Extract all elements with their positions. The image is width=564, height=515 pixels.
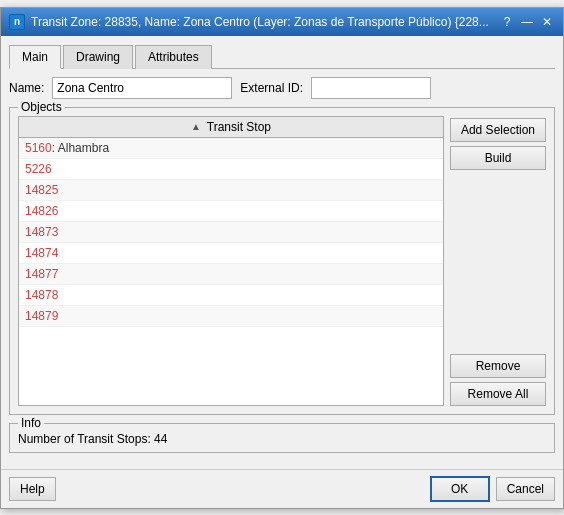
table-body[interactable]: 5160: Alhambra52261482514826148731487414… <box>19 138 443 405</box>
table-row[interactable]: 14826 <box>19 201 443 222</box>
ext-id-input[interactable] <box>311 77 431 99</box>
dialog-content: Main Drawing Attributes Name: External I… <box>1 36 563 469</box>
add-selection-button[interactable]: Add Selection <box>450 118 546 142</box>
title-bar-left: n Transit Zone: 28835, Name: Zona Centro… <box>9 14 489 30</box>
help-icon-btn[interactable]: ? <box>499 14 515 30</box>
footer-left: Help <box>9 477 424 501</box>
minimize-button[interactable]: — <box>519 14 535 30</box>
info-label: Info <box>18 416 44 430</box>
app-icon: n <box>9 14 25 30</box>
table-row[interactable]: 14825 <box>19 180 443 201</box>
row-name: : Alhambra <box>52 141 109 155</box>
table-row[interactable]: 14874 <box>19 243 443 264</box>
window-title: Transit Zone: 28835, Name: Zona Centro (… <box>31 15 489 29</box>
row-id: 14874 <box>25 246 58 260</box>
title-bar-controls: ? — ✕ <box>499 14 555 30</box>
table-row[interactable]: 14873 <box>19 222 443 243</box>
transit-stop-table: ▲ Transit Stop 5160: Alhambra52261482514… <box>18 116 444 406</box>
remove-button[interactable]: Remove <box>450 354 546 378</box>
info-text: Number of Transit Stops: 44 <box>18 432 546 446</box>
row-id: 14879 <box>25 309 58 323</box>
info-group: Info Number of Transit Stops: 44 <box>9 423 555 453</box>
help-button[interactable]: Help <box>9 477 56 501</box>
dialog-footer: Help OK Cancel <box>1 469 563 508</box>
row-id: 14826 <box>25 204 58 218</box>
row-id: 5226 <box>25 162 52 176</box>
row-id: 14825 <box>25 183 58 197</box>
tab-main[interactable]: Main <box>9 45 61 69</box>
objects-group-label: Objects <box>18 100 65 114</box>
tab-drawing[interactable]: Drawing <box>63 45 133 69</box>
title-bar: n Transit Zone: 28835, Name: Zona Centro… <box>1 8 563 36</box>
name-input[interactable] <box>52 77 232 99</box>
sort-up-icon: ▲ <box>191 121 201 132</box>
table-row[interactable]: 5226 <box>19 159 443 180</box>
ext-id-label: External ID: <box>240 81 303 95</box>
build-button[interactable]: Build <box>450 146 546 170</box>
table-row[interactable]: 14879 <box>19 306 443 327</box>
row-id: 14873 <box>25 225 58 239</box>
name-label: Name: <box>9 81 44 95</box>
main-window: n Transit Zone: 28835, Name: Zona Centro… <box>0 7 564 509</box>
objects-layout: ▲ Transit Stop 5160: Alhambra52261482514… <box>18 116 546 406</box>
table-header: ▲ Transit Stop <box>19 117 443 138</box>
tab-attributes[interactable]: Attributes <box>135 45 212 69</box>
row-id: 14878 <box>25 288 58 302</box>
side-buttons: Add Selection Build Remove Remove All <box>450 116 546 406</box>
close-button[interactable]: ✕ <box>539 14 555 30</box>
row-id: 14877 <box>25 267 58 281</box>
table-row[interactable]: 14878 <box>19 285 443 306</box>
remove-all-button[interactable]: Remove All <box>450 382 546 406</box>
table-row[interactable]: 14877 <box>19 264 443 285</box>
row-id: 5160 <box>25 141 52 155</box>
cancel-button[interactable]: Cancel <box>496 477 555 501</box>
table-row[interactable]: 5160: Alhambra <box>19 138 443 159</box>
name-row: Name: External ID: <box>9 77 555 99</box>
objects-group: Objects ▲ Transit Stop 5160: Alhambra522… <box>9 107 555 415</box>
tab-bar: Main Drawing Attributes <box>9 44 555 69</box>
ok-button[interactable]: OK <box>430 476 490 502</box>
